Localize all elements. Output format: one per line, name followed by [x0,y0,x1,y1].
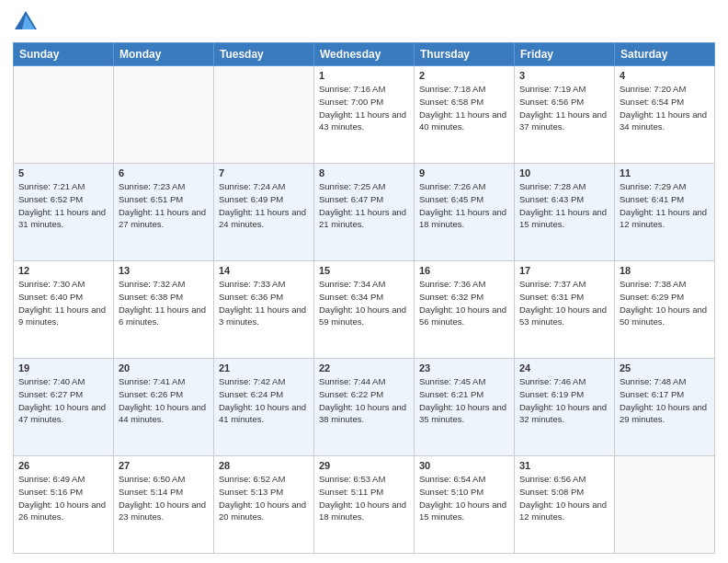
calendar-cell: 31Sunrise: 6:56 AMSunset: 5:08 PMDayligh… [515,456,615,554]
calendar-cell: 8Sunrise: 7:25 AMSunset: 6:47 PMDaylight… [314,164,415,261]
day-info: Sunrise: 6:49 AMSunset: 5:16 PMDaylight:… [18,473,108,523]
day-info: Sunrise: 7:44 AMSunset: 6:22 PMDaylight:… [319,375,409,426]
day-number: 14 [219,265,309,276]
calendar-week-row: 12Sunrise: 7:30 AMSunset: 6:40 PMDayligh… [14,261,715,359]
calendar-cell: 19Sunrise: 7:40 AMSunset: 6:27 PMDayligh… [14,359,114,456]
day-number: 11 [620,167,710,178]
day-number: 20 [119,362,209,373]
day-number: 27 [119,460,209,471]
calendar-cell: 11Sunrise: 7:29 AMSunset: 6:41 PMDayligh… [615,164,715,261]
calendar-week-row: 1Sunrise: 7:16 AMSunset: 7:00 PMDaylight… [14,66,715,164]
day-info: Sunrise: 7:20 AMSunset: 6:54 PMDaylight:… [620,83,710,133]
day-info: Sunrise: 7:30 AMSunset: 6:40 PMDaylight:… [18,278,108,328]
day-number: 5 [18,167,108,178]
day-number: 6 [119,167,209,178]
day-number: 13 [119,265,209,276]
calendar-cell: 25Sunrise: 7:48 AMSunset: 6:17 PMDayligh… [615,359,715,456]
calendar-table: SundayMondayTuesdayWednesdayThursdayFrid… [13,42,715,554]
day-info: Sunrise: 7:18 AMSunset: 6:58 PMDaylight:… [419,83,509,133]
day-number: 4 [620,70,710,81]
day-info: Sunrise: 6:54 AMSunset: 5:10 PMDaylight:… [419,473,509,523]
day-number: 9 [419,167,509,178]
day-number: 22 [319,362,409,373]
day-info: Sunrise: 7:25 AMSunset: 6:47 PMDaylight:… [319,180,409,231]
calendar-cell: 16Sunrise: 7:36 AMSunset: 6:32 PMDayligh… [415,261,515,359]
day-number: 18 [620,265,710,276]
day-number: 16 [419,265,509,276]
weekday-header: Tuesday [214,43,314,66]
day-number: 29 [319,460,409,471]
day-info: Sunrise: 7:32 AMSunset: 6:38 PMDaylight:… [119,278,209,328]
day-info: Sunrise: 7:23 AMSunset: 6:51 PMDaylight:… [119,180,209,231]
day-info: Sunrise: 7:41 AMSunset: 6:26 PMDaylight:… [119,375,209,426]
day-number: 3 [519,70,609,81]
calendar-cell: 21Sunrise: 7:42 AMSunset: 6:24 PMDayligh… [214,359,314,456]
calendar-cell: 17Sunrise: 7:37 AMSunset: 6:31 PMDayligh… [515,261,615,359]
day-number: 21 [219,362,309,373]
weekday-header: Wednesday [314,43,415,66]
day-info: Sunrise: 7:24 AMSunset: 6:49 PMDaylight:… [219,180,309,231]
day-number: 23 [419,362,509,373]
day-info: Sunrise: 7:16 AMSunset: 7:00 PMDaylight:… [319,83,409,133]
day-info: Sunrise: 7:37 AMSunset: 6:31 PMDaylight:… [519,278,609,328]
calendar-cell: 22Sunrise: 7:44 AMSunset: 6:22 PMDayligh… [314,359,415,456]
calendar-cell: 3Sunrise: 7:19 AMSunset: 6:56 PMDaylight… [515,66,615,164]
day-info: Sunrise: 7:33 AMSunset: 6:36 PMDaylight:… [219,278,309,328]
calendar-cell: 26Sunrise: 6:49 AMSunset: 5:16 PMDayligh… [14,456,114,554]
day-number: 10 [519,167,609,178]
calendar-cell: 24Sunrise: 7:46 AMSunset: 6:19 PMDayligh… [515,359,615,456]
day-info: Sunrise: 6:56 AMSunset: 5:08 PMDaylight:… [519,473,609,523]
day-info: Sunrise: 7:29 AMSunset: 6:41 PMDaylight:… [620,180,710,231]
calendar-cell: 6Sunrise: 7:23 AMSunset: 6:51 PMDaylight… [114,164,214,261]
weekday-header: Friday [515,43,615,66]
day-number: 8 [319,167,409,178]
day-info: Sunrise: 7:21 AMSunset: 6:52 PMDaylight:… [18,180,108,231]
day-number: 24 [519,362,609,373]
day-info: Sunrise: 7:26 AMSunset: 6:45 PMDaylight:… [419,180,509,231]
day-info: Sunrise: 6:52 AMSunset: 5:13 PMDaylight:… [219,473,309,523]
day-info: Sunrise: 7:42 AMSunset: 6:24 PMDaylight:… [219,375,309,426]
day-number: 19 [18,362,108,373]
day-number: 7 [219,167,309,178]
logo-icon [13,9,39,35]
calendar-cell: 23Sunrise: 7:45 AMSunset: 6:21 PMDayligh… [415,359,515,456]
calendar-week-row: 5Sunrise: 7:21 AMSunset: 6:52 PMDaylight… [14,164,715,261]
calendar-cell: 2Sunrise: 7:18 AMSunset: 6:58 PMDaylight… [415,66,515,164]
day-number: 2 [419,70,509,81]
calendar-cell [114,66,214,164]
calendar-cell: 28Sunrise: 6:52 AMSunset: 5:13 PMDayligh… [214,456,314,554]
calendar-cell: 10Sunrise: 7:28 AMSunset: 6:43 PMDayligh… [515,164,615,261]
weekday-header: Sunday [14,43,114,66]
calendar-cell [214,66,314,164]
page: SundayMondayTuesdayWednesdayThursdayFrid… [0,0,728,563]
day-info: Sunrise: 7:19 AMSunset: 6:56 PMDaylight:… [519,83,609,133]
day-info: Sunrise: 7:46 AMSunset: 6:19 PMDaylight:… [519,375,609,426]
day-info: Sunrise: 7:48 AMSunset: 6:17 PMDaylight:… [620,375,710,426]
logo [13,9,42,35]
day-number: 25 [620,362,710,373]
calendar-cell [615,456,715,554]
day-number: 15 [319,265,409,276]
calendar-cell: 13Sunrise: 7:32 AMSunset: 6:38 PMDayligh… [114,261,214,359]
calendar-cell: 18Sunrise: 7:38 AMSunset: 6:29 PMDayligh… [615,261,715,359]
calendar-cell: 30Sunrise: 6:54 AMSunset: 5:10 PMDayligh… [415,456,515,554]
day-info: Sunrise: 7:38 AMSunset: 6:29 PMDaylight:… [620,278,710,328]
day-info: Sunrise: 7:34 AMSunset: 6:34 PMDaylight:… [319,278,409,328]
day-number: 30 [419,460,509,471]
day-info: Sunrise: 7:36 AMSunset: 6:32 PMDaylight:… [419,278,509,328]
day-number: 17 [519,265,609,276]
day-number: 12 [18,265,108,276]
calendar-cell [14,66,114,164]
day-info: Sunrise: 6:50 AMSunset: 5:14 PMDaylight:… [119,473,209,523]
calendar-header-row: SundayMondayTuesdayWednesdayThursdayFrid… [14,43,715,66]
day-info: Sunrise: 7:40 AMSunset: 6:27 PMDaylight:… [18,375,108,426]
day-number: 31 [519,460,609,471]
calendar-cell: 5Sunrise: 7:21 AMSunset: 6:52 PMDaylight… [14,164,114,261]
day-info: Sunrise: 7:28 AMSunset: 6:43 PMDaylight:… [519,180,609,231]
calendar-week-row: 26Sunrise: 6:49 AMSunset: 5:16 PMDayligh… [14,456,715,554]
day-number: 1 [319,70,409,81]
calendar-cell: 27Sunrise: 6:50 AMSunset: 5:14 PMDayligh… [114,456,214,554]
calendar-week-row: 19Sunrise: 7:40 AMSunset: 6:27 PMDayligh… [14,359,715,456]
calendar-cell: 1Sunrise: 7:16 AMSunset: 7:00 PMDaylight… [314,66,415,164]
day-number: 28 [219,460,309,471]
